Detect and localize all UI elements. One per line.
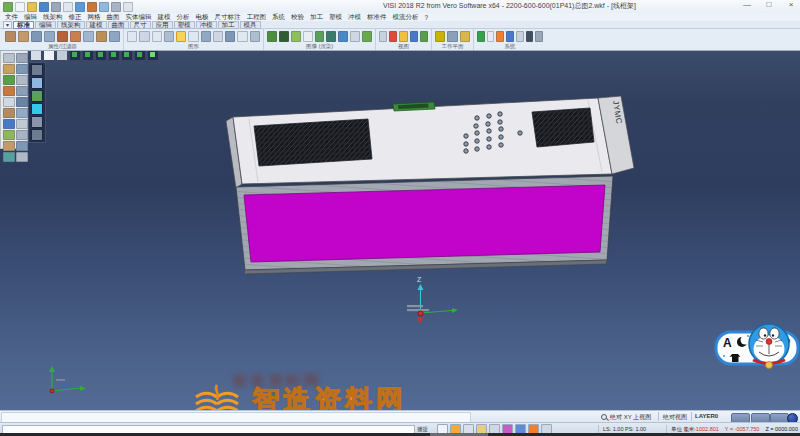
- sidebar-tool-icon[interactable]: [3, 64, 15, 74]
- quick-access-icon[interactable]: [75, 2, 85, 12]
- graphics-tool-icon[interactable]: [201, 31, 211, 42]
- find-icon[interactable]: [601, 414, 607, 420]
- sidebar-tool-icon[interactable]: [16, 86, 28, 96]
- system-tool-icon[interactable]: [516, 31, 524, 42]
- quick-access-icon[interactable]: [39, 2, 49, 12]
- sidebar-tool-icon[interactable]: [3, 97, 15, 107]
- graphics-tool-icon-active[interactable]: [176, 31, 186, 42]
- system-tool-icon[interactable]: [487, 31, 495, 42]
- graphics-tool-icon[interactable]: [152, 31, 162, 42]
- toolbar-tab[interactable]: 标准: [13, 21, 34, 29]
- render-tool-icon[interactable]: [362, 31, 372, 42]
- sidebar-tool-icon[interactable]: [3, 108, 15, 118]
- sidebar-tool-icon[interactable]: [3, 75, 15, 85]
- model-front-face[interactable]: [244, 185, 605, 262]
- system-tool-icon[interactable]: [506, 31, 514, 42]
- render-tool-icon[interactable]: [315, 31, 325, 42]
- view-tool-icon[interactable]: [420, 31, 428, 42]
- filter-tool-icon[interactable]: [18, 31, 29, 42]
- quick-access-icon[interactable]: [3, 2, 13, 12]
- filter-tool-icon[interactable]: [96, 31, 107, 42]
- quick-access-icon[interactable]: [63, 2, 73, 12]
- quick-access-icon[interactable]: [111, 2, 121, 12]
- toolbar-tab[interactable]: 应用: [152, 21, 173, 29]
- filter-tool-icon[interactable]: [57, 31, 68, 42]
- graphics-tool-icon[interactable]: [127, 31, 137, 42]
- system-tool-icon[interactable]: [526, 31, 534, 42]
- quick-access-icon[interactable]: [27, 2, 37, 12]
- quick-access-icon[interactable]: [51, 2, 61, 12]
- sidebar-tool-icon[interactable]: [3, 130, 15, 140]
- view-tool-icon[interactable]: [379, 31, 387, 42]
- graphics-tool-icon[interactable]: [250, 31, 260, 42]
- close-button[interactable]: ×: [784, 0, 798, 9]
- sidebar-tool-icon[interactable]: [16, 108, 28, 118]
- viewport-canvas[interactable]: JYMC Z: [0, 0, 800, 436]
- graphics-tool-icon[interactable]: [213, 31, 223, 42]
- view-tool-icon[interactable]: [399, 31, 407, 42]
- view-tool-icon[interactable]: [410, 31, 418, 42]
- sidebar-tool-icon[interactable]: [3, 119, 15, 129]
- maximize-button[interactable]: □: [762, 0, 776, 9]
- graphics-tool-icon[interactable]: [139, 31, 149, 42]
- toolbar-tab[interactable]: 线架构: [57, 21, 85, 29]
- sidebar-tool-icon[interactable]: [16, 152, 28, 162]
- toolbar-tab[interactable]: 冲模: [196, 21, 217, 29]
- selection-tool-icon[interactable]: [31, 77, 43, 89]
- workplane-tool-icon[interactable]: [447, 31, 457, 42]
- model-grille-left[interactable]: [254, 119, 372, 166]
- render-tool-icon[interactable]: [326, 31, 336, 42]
- sidebar-tool-icon[interactable]: [3, 141, 15, 151]
- sidebar-tool-icon[interactable]: [3, 152, 15, 162]
- render-tool-icon[interactable]: [350, 31, 360, 42]
- view-mode2-label[interactable]: 绝对视图: [663, 413, 687, 422]
- quick-access-icon[interactable]: [15, 2, 25, 12]
- sidebar-tool-icon[interactable]: [3, 53, 15, 63]
- quick-access-icon[interactable]: [123, 2, 133, 12]
- active-layer-label[interactable]: LAYER0: [695, 413, 718, 419]
- quick-access-icon[interactable]: [99, 2, 109, 12]
- selection-tool-icon[interactable]: [31, 129, 43, 141]
- filter-tool-icon[interactable]: [5, 31, 16, 42]
- graphics-tool-icon[interactable]: [237, 31, 247, 42]
- system-tool-icon[interactable]: [535, 31, 543, 42]
- sidebar-tool-icon[interactable]: [16, 130, 28, 140]
- system-tool-icon[interactable]: [477, 31, 485, 42]
- sidebar-tool-icon[interactable]: [16, 119, 28, 129]
- tab-dropdown-icon[interactable]: ▾: [3, 21, 12, 29]
- toolbar-tab[interactable]: 加工: [218, 21, 239, 29]
- snap-label[interactable]: 捕捉: [417, 426, 428, 433]
- sidebar-tool-icon[interactable]: [16, 53, 28, 63]
- toolbar-tab[interactable]: 曲面: [108, 21, 129, 29]
- workplane-tool-icon[interactable]: [460, 31, 470, 42]
- render-tool-icon[interactable]: [303, 31, 313, 42]
- toolbar-tab[interactable]: 塑模: [174, 21, 195, 29]
- toolbar-tab[interactable]: 编辑: [35, 21, 56, 29]
- graphics-tool-icon[interactable]: [225, 31, 235, 42]
- filter-tool-icon[interactable]: [31, 31, 42, 42]
- filter-tool-icon[interactable]: [44, 31, 55, 42]
- model-grille-right[interactable]: [532, 108, 594, 147]
- sidebar-tool-icon[interactable]: [16, 75, 28, 85]
- sidebar-tool-icon[interactable]: [3, 86, 15, 96]
- sidebar-tool-icon[interactable]: [16, 97, 28, 107]
- workplane-tool-icon[interactable]: [435, 31, 445, 42]
- render-tool-icon[interactable]: [279, 31, 289, 42]
- toolbar-tab[interactable]: 建模: [86, 21, 107, 29]
- graphics-tool-icon[interactable]: [188, 31, 198, 42]
- system-tool-icon[interactable]: [496, 31, 504, 42]
- quick-access-icon[interactable]: [87, 2, 97, 12]
- sidebar-tool-icon[interactable]: [16, 141, 28, 151]
- filter-tool-icon[interactable]: [109, 31, 120, 42]
- graphics-tool-icon[interactable]: [164, 31, 174, 42]
- filter-tool-icon[interactable]: [70, 31, 81, 42]
- sidebar-tool-icon[interactable]: [16, 64, 28, 74]
- render-tool-icon[interactable]: [291, 31, 301, 42]
- selection-tool-icon[interactable]: [31, 103, 43, 115]
- selection-tool-icon[interactable]: [31, 64, 43, 76]
- render-tool-icon[interactable]: [338, 31, 348, 42]
- doraemon-sticker[interactable]: A: [712, 316, 800, 384]
- selection-tool-icon[interactable]: [31, 90, 43, 102]
- menu-item[interactable]: ?: [425, 14, 429, 21]
- selection-tool-icon[interactable]: [31, 116, 43, 128]
